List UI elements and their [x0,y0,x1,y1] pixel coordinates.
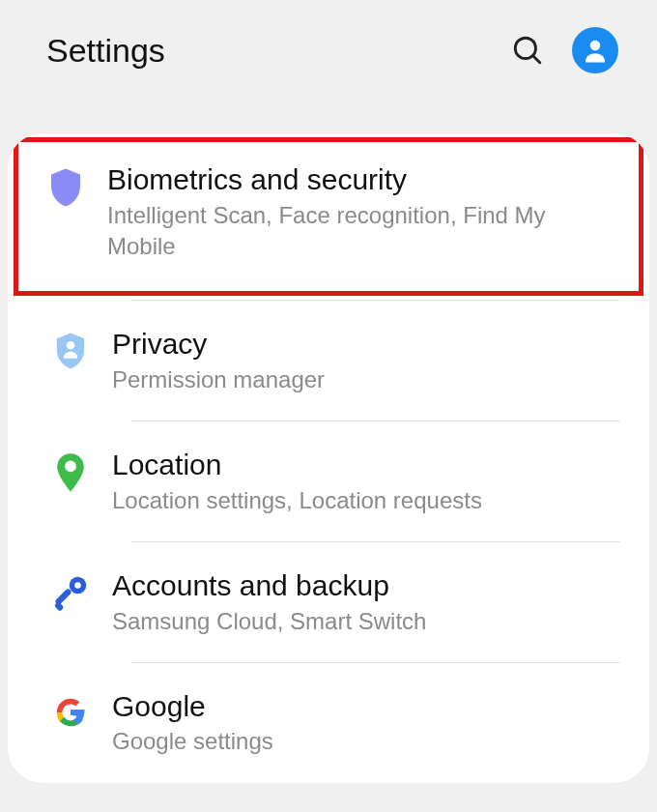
item-text: Google Google settings [104,688,620,758]
shield-icon [32,161,100,208]
search-icon [511,34,544,67]
search-button[interactable] [510,33,545,68]
item-subtitle: Permission manager [112,364,620,395]
key-icon [37,567,104,612]
svg-rect-8 [54,601,65,612]
item-subtitle: Intelligent Scan, Face recognition, Find… [107,200,615,263]
item-subtitle: Location settings, Location requests [112,485,620,516]
header-actions [510,27,618,73]
header: Settings [0,0,657,116]
settings-item-privacy[interactable]: Privacy Permission manager [8,301,649,420]
profile-button[interactable] [572,27,618,73]
item-text: Privacy Permission manager [104,326,620,395]
page-title: Settings [46,32,510,70]
item-text: Accounts and backup Samsung Cloud, Smart… [104,567,620,637]
svg-point-4 [65,461,76,473]
location-pin-icon [37,447,104,493]
settings-item-location[interactable]: Location Location settings, Location req… [8,421,649,541]
settings-item-biometrics-security[interactable]: Biometrics and security Intelligent Scan… [14,137,643,296]
item-subtitle: Samsung Cloud, Smart Switch [112,606,620,637]
item-title: Biometrics and security [107,161,615,198]
settings-item-google[interactable]: Google Google settings [8,663,649,783]
svg-line-1 [533,56,540,63]
settings-list: Biometrics and security Intelligent Scan… [8,133,649,783]
person-icon [581,36,610,65]
svg-point-2 [590,41,601,51]
item-text: Biometrics and security Intelligent Scan… [100,161,615,262]
item-subtitle: Google settings [112,726,620,757]
google-icon [37,688,104,731]
item-title: Accounts and backup [112,567,620,604]
svg-point-3 [67,341,75,350]
svg-point-6 [74,582,81,589]
item-title: Location [112,447,620,483]
settings-item-accounts-backup[interactable]: Accounts and backup Samsung Cloud, Smart… [8,542,649,662]
privacy-shield-icon [37,326,104,370]
item-text: Location Location settings, Location req… [104,447,620,516]
item-title: Google [112,688,620,725]
item-title: Privacy [112,326,620,362]
